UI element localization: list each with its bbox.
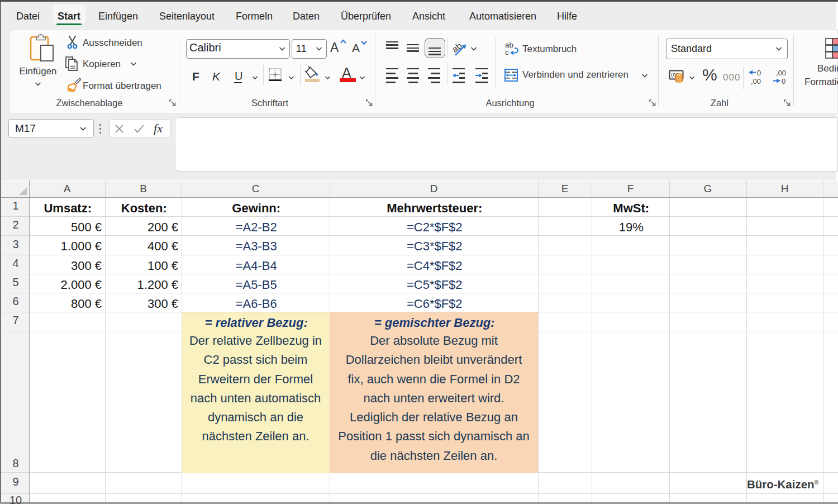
svg-text:0: 0 [757, 69, 761, 77]
svg-text:,00: ,00 [776, 69, 786, 77]
svg-text:c: c [505, 48, 509, 56]
svg-text:,00: ,00 [751, 77, 761, 85]
svg-text:ab: ab [450, 41, 464, 54]
svg-text:0: 0 [782, 77, 785, 85]
